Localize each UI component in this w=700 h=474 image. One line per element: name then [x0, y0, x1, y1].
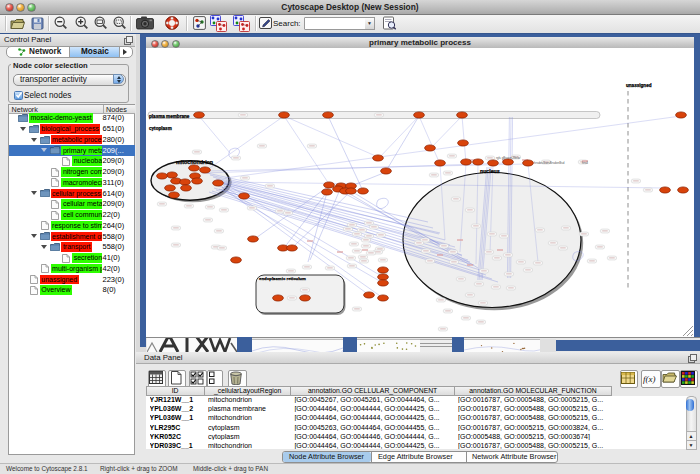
svg-text:endoplasmic reticulum: endoplasmic reticulum — [259, 276, 306, 281]
svg-text:nucleus: nucleus — [480, 168, 500, 174]
svg-text:hrs6: hrs6 — [582, 161, 588, 165]
svg-text:cytoplasm: cytoplasm — [149, 126, 172, 131]
svg-text:rgls gBsvcnOlfelw: rgls gBsvcnOlfelw — [496, 156, 521, 160]
svg-text:unassigned: unassigned — [626, 83, 652, 88]
svg-text:plasma membrane: plasma membrane — [149, 114, 190, 119]
svg-text:mitochondrion: mitochondrion — [176, 159, 213, 165]
svg-text:hrsdxsGwrsBrsdxnBsd: hrsdxsGwrsBrsdxnBsd — [534, 161, 565, 165]
svg-text:f(x): f(x) — [643, 373, 656, 383]
